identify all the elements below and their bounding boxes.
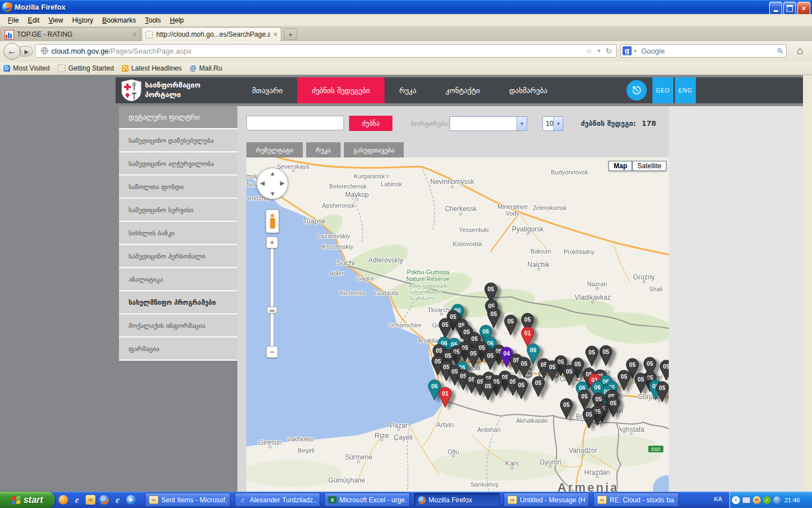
- menu-item-file[interactable]: File: [3, 15, 23, 25]
- person-tray-icon[interactable]: [773, 496, 781, 504]
- map-marker[interactable]: 05: [633, 372, 648, 397]
- pan-left-icon[interactable]: ◀: [260, 179, 264, 187]
- menu-item-bookmarks[interactable]: Bookmarks: [98, 15, 140, 25]
- search-engine-dropdown-icon[interactable]: ▼: [633, 49, 637, 53]
- firefox-quicklaunch-icon[interactable]: [99, 495, 109, 505]
- map-marker[interactable]: 05: [531, 375, 546, 400]
- url-bar[interactable]: cloud.moh.gov.ge /Pages/SearchPage.aspx …: [35, 44, 617, 58]
- bookmark-item[interactable]: @Mail.Ru: [189, 64, 222, 72]
- close-button[interactable]: ×: [797, 2, 810, 15]
- bookmark-star-icon[interactable]: ☆: [586, 47, 593, 55]
- site-logo-text[interactable]: საინფორმაციო პორტალი: [145, 80, 200, 99]
- site-nav-item[interactable]: ძებნის შედეგები: [297, 77, 385, 103]
- menu-item-help[interactable]: Help: [165, 15, 188, 25]
- action-button[interactable]: გასუფთავება: [344, 142, 404, 157]
- forward-button[interactable]: ▶: [20, 46, 33, 56]
- taskbar-button[interactable]: eAlexander Turdziladz...: [235, 493, 320, 507]
- maximize-button[interactable]: [783, 2, 796, 15]
- back-button[interactable]: ←: [3, 43, 20, 60]
- map-type-map-button[interactable]: Map: [608, 161, 632, 171]
- taskbar-button[interactable]: XMicrosoft Excel - urge...: [324, 493, 410, 507]
- search-go-icon[interactable]: 🔍︎: [776, 47, 784, 55]
- sidebar-item[interactable]: საწოლთა ფონდი: [119, 176, 237, 199]
- media-quicklaunch-icon[interactable]: ▶: [126, 495, 136, 505]
- map-marker[interactable]: 05: [598, 344, 614, 369]
- sidebar-item[interactable]: სახელმწიფო პროგრამები: [119, 291, 237, 314]
- sidebar-item[interactable]: სამედიცინო დაწესებულება: [119, 129, 237, 152]
- map-marker[interactable]: 05: [545, 360, 560, 384]
- sidebar-item[interactable]: მოქალაქის ინფორმაცია: [119, 314, 237, 338]
- map-type-satellite-button[interactable]: Satellite: [632, 161, 667, 171]
- logout-icon[interactable]: ⎋: [626, 80, 647, 100]
- ie-quicklaunch-icon[interactable]: e: [113, 495, 122, 505]
- action-button[interactable]: რეზულტატი: [246, 142, 303, 157]
- search-bar[interactable]: g ▼ 🔍︎: [620, 44, 787, 58]
- start-button[interactable]: start: [0, 492, 55, 508]
- sort-select[interactable]: ▼: [449, 116, 527, 131]
- sort-select-arrow-icon[interactable]: ▼: [517, 117, 527, 130]
- zoom-out-button[interactable]: −: [266, 346, 278, 358]
- site-nav-item[interactable]: კონტაქტი: [431, 77, 495, 103]
- taskbar-button[interactable]: ✉RE: Cloud - sisxlis ba...: [593, 493, 679, 507]
- map-marker[interactable]: 05: [584, 345, 599, 370]
- sidebar-item[interactable]: სამედიცინო პერსონალი: [119, 245, 237, 268]
- map-marker[interactable]: 05: [503, 314, 518, 339]
- map-marker[interactable]: 05: [655, 380, 669, 405]
- tab-close-icon[interactable]: ×: [133, 30, 136, 38]
- site-search-input[interactable]: [246, 116, 344, 130]
- lang-button-eng[interactable]: ENG: [675, 77, 696, 103]
- home-button[interactable]: ⌂: [793, 44, 807, 58]
- url-dropdown-icon[interactable]: ▼: [597, 49, 601, 54]
- sidebar-item[interactable]: ფარმაცია: [119, 338, 237, 361]
- map-marker[interactable]: 05: [480, 379, 496, 404]
- map-marker[interactable]: 05: [559, 397, 574, 422]
- pan-down-icon[interactable]: ▼: [270, 190, 276, 197]
- browser-tab[interactable]: TOP.GE - RATING×: [1, 27, 140, 41]
- minimize-button[interactable]: [769, 2, 782, 15]
- map-marker[interactable]: 05: [514, 378, 529, 402]
- chevron-tray-icon[interactable]: ‹: [732, 496, 740, 504]
- sidebar-item[interactable]: დეტალური ფილტრი: [119, 106, 237, 129]
- taskbar-button[interactable]: ✉Untitled - Message (H...: [504, 493, 589, 507]
- outlook-tray-icon[interactable]: ✉: [753, 496, 761, 504]
- map-pan-control[interactable]: ▲ ▼ ◀ ▶: [257, 168, 288, 199]
- pan-right-icon[interactable]: ▶: [280, 179, 285, 187]
- site-nav-item[interactable]: რუკა: [385, 77, 431, 103]
- site-search-button[interactable]: ძებნა: [349, 116, 392, 131]
- check-tray-icon[interactable]: ✓: [763, 496, 771, 504]
- page-size-arrow-icon[interactable]: ▼: [553, 117, 563, 130]
- search-input[interactable]: [640, 46, 774, 56]
- bookmark-item[interactable]: Most Visited: [3, 64, 50, 72]
- tab-close-icon[interactable]: ×: [273, 30, 277, 38]
- taskbar-button[interactable]: ✉Sent Items - Microsof...: [145, 493, 231, 507]
- action-button[interactable]: რუკა: [306, 142, 341, 157]
- zoom-slider-track[interactable]: [270, 248, 274, 356]
- site-nav-item[interactable]: დახმარება: [495, 77, 562, 103]
- bookmark-item[interactable]: Getting Started: [58, 64, 114, 72]
- pan-up-icon[interactable]: ▲: [270, 170, 276, 177]
- orangeball-quicklaunch-icon[interactable]: [59, 495, 68, 505]
- sidebar-item[interactable]: ანალიტიკა: [119, 268, 237, 291]
- taskbar-button[interactable]: Mozilla Firefox: [414, 493, 500, 507]
- menu-item-edit[interactable]: Edit: [23, 15, 44, 25]
- browser-tab[interactable]: http://cloud.moh.go...es/SearchPage.aspx…: [142, 27, 281, 41]
- menu-item-history[interactable]: History: [68, 15, 98, 25]
- map-canvas[interactable]: E60 SeverskayamskNovendzhikKurganinskBel…: [246, 157, 669, 492]
- sidebar-item[interactable]: სამედიცინო სერვისი: [119, 199, 237, 222]
- menu-item-tools[interactable]: Tools: [140, 15, 165, 25]
- street-view-pegman[interactable]: [266, 209, 279, 233]
- reload-icon[interactable]: ↻: [606, 47, 612, 55]
- tray-clock[interactable]: 21:46: [784, 497, 800, 503]
- sidebar-item[interactable]: სისხლის ბანკი: [119, 222, 237, 245]
- window-titlebar[interactable]: Mozilla Firefox ×: [0, 0, 812, 14]
- lang-button-geo[interactable]: GEO: [652, 77, 673, 103]
- page-size-select[interactable]: 10▼: [542, 116, 563, 131]
- search-engine-icon[interactable]: g: [623, 46, 632, 55]
- new-tab-button[interactable]: +: [284, 28, 297, 40]
- map-marker[interactable]: 01: [438, 386, 453, 411]
- outlook-quicklaunch-icon[interactable]: ✉: [86, 495, 95, 505]
- ie-quicklaunch-icon[interactable]: e: [72, 495, 82, 505]
- bookmark-item[interactable]: Latest Headlines: [122, 64, 182, 72]
- site-nav-item[interactable]: მთავარი: [237, 77, 297, 103]
- map-marker[interactable]: 05: [483, 348, 498, 373]
